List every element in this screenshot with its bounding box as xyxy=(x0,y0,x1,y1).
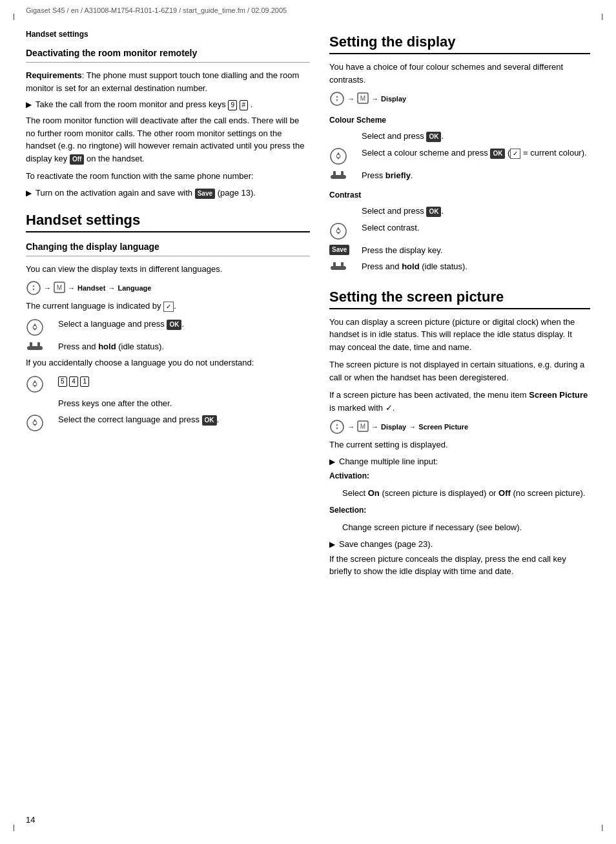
svg-rect-31 xyxy=(341,171,344,176)
screen-nav-path: ▲ ▼ → M → Display → Screen Picture xyxy=(329,419,590,435)
svg-text:M: M xyxy=(360,95,365,102)
key-ok-cont: OK xyxy=(426,207,441,217)
end-call-icon-end xyxy=(329,261,347,273)
cont-inst1-icon xyxy=(329,205,362,205)
page-number: 14 xyxy=(26,815,35,825)
lang-keys-text: 5 4 1 xyxy=(58,375,310,387)
language-inst1: ▲ ▼ Select a language and press OK. xyxy=(26,318,310,336)
svg-text:M: M xyxy=(57,284,62,291)
display-cont-inst2: ▲ ▼ Select contrast. xyxy=(329,221,590,240)
svg-rect-38 xyxy=(341,262,344,267)
checkmark-sq-cs: ✓ xyxy=(510,149,520,159)
nav-dial-icon-cs: ▲ ▼ xyxy=(329,147,347,165)
right-column: Setting the display You have a choice of… xyxy=(329,21,590,583)
key-ok-cs1: OK xyxy=(426,132,441,142)
nav-dial-icon: ▲ ▼ xyxy=(26,280,41,296)
lang-inst3-icon: ▲ ▼ xyxy=(26,413,58,432)
screen-bullet-arrow-1: ▶ xyxy=(329,457,335,466)
nav-arrow-3: → xyxy=(108,284,115,292)
screen-para5: If the screen picture conceals the displ… xyxy=(329,553,590,578)
lang-keys-icon: ▲ ▼ xyxy=(26,375,58,393)
nav-display-label: Display xyxy=(381,95,406,103)
language-inst3: ▲ ▼ Select the correct language and pres… xyxy=(26,413,310,432)
key-ok-cs2: OK xyxy=(490,149,505,159)
nav-icon-m1: M xyxy=(54,282,65,295)
major-title-screen: Setting the screen picture xyxy=(329,289,590,309)
key-save: Save xyxy=(329,245,349,255)
key-save-deact: Save xyxy=(195,189,215,199)
contrast-label: Contrast xyxy=(329,190,590,200)
svg-rect-30 xyxy=(333,171,336,176)
nav-dial-icon-cont: ▲ ▼ xyxy=(329,222,347,240)
screen-bullet-arrow-2: ▶ xyxy=(329,540,335,549)
screen-nav-arrow-3: → xyxy=(409,423,416,431)
cont-inst2-text: Select contrast. xyxy=(362,221,590,234)
cs-inst1-text: Select and press OK. xyxy=(362,130,590,143)
subsection-title-language: Changing the display language xyxy=(26,242,310,252)
nav-dial-icon-3: ▲ ▼ xyxy=(26,414,44,432)
key-off: Off xyxy=(70,154,84,165)
end-call-icon-cs xyxy=(329,170,347,181)
key-5: 5 xyxy=(58,376,67,387)
left-column: Handset settings Deactivating the room m… xyxy=(26,21,310,583)
key-hash: # xyxy=(240,100,249,110)
major-title-handset: Handset settings xyxy=(26,212,310,232)
save-inst-text: Press the display key. xyxy=(362,244,590,257)
key-9: 9 xyxy=(228,100,237,110)
deactivating-para1: Requirements: The phone must support tou… xyxy=(26,69,310,94)
end-inst-text: Press and hold (idle status). xyxy=(362,260,590,273)
nav-handset-label: Handset xyxy=(77,284,105,292)
display-cs-inst2: ▲ ▼ Select a colour scheme and press OK … xyxy=(329,147,590,165)
svg-rect-9 xyxy=(27,346,43,350)
colour-scheme-label: Colour Scheme xyxy=(329,116,590,125)
selection-label: Selection: xyxy=(329,504,590,516)
lang-inst1-icon: ▲ ▼ xyxy=(26,318,58,336)
subsection-title-deactivating: Deactivating the room monitor remotely xyxy=(26,48,310,58)
end-call-icon xyxy=(26,341,44,353)
major-title-display: Setting the display xyxy=(329,34,590,54)
cs-inst3-icon xyxy=(329,169,362,181)
display-para1: You have a choice of four colour schemes… xyxy=(329,61,590,86)
bullet-arrow-1: ▶ xyxy=(26,100,32,109)
bullet2-text: Turn on the activation again and save wi… xyxy=(36,188,256,199)
section-label-handset: Handset settings xyxy=(26,30,310,39)
svg-rect-29 xyxy=(331,175,346,179)
display-cs-inst1: Select and press OK. xyxy=(329,130,590,143)
section-divider-language xyxy=(26,256,310,256)
checkmark-sq: ✓ xyxy=(163,302,174,312)
svg-text:▼: ▼ xyxy=(336,426,339,430)
screen-para1: You can display a screen picture (pictur… xyxy=(329,316,590,354)
nav-icon-m2: M xyxy=(357,92,369,106)
activation-text: Select On (screen picture is displayed) … xyxy=(342,487,590,500)
screen-bullet2: ▶ Save changes (page 23). xyxy=(329,539,590,549)
screen-para4: The current setting is displayed. xyxy=(329,438,590,451)
svg-text:▼: ▼ xyxy=(32,287,36,291)
deactivating-bullet1: ▶ Take the call from the room monitor an… xyxy=(26,99,310,110)
lang-keys-label-text: Press keys one after the other. xyxy=(58,397,310,410)
disp-nav-arrow-1: → xyxy=(347,95,354,103)
language-keys-row: ▲ ▼ 5 4 1 xyxy=(26,375,310,393)
nav-language-label: Language xyxy=(118,284,151,292)
screen-para3: If a screen picture has been activated, … xyxy=(329,389,590,414)
nav-dial-icon-2: ▲ ▼ xyxy=(26,375,44,393)
lang-inst2-icon xyxy=(26,340,58,353)
language-inst2: Press and hold (idle status). xyxy=(26,340,310,353)
activation-label: Activation: xyxy=(329,470,590,482)
disp-nav-arrow-2: → xyxy=(371,95,378,103)
nav-dial-icon-1: ▲ ▼ xyxy=(26,318,44,336)
language-nav-path: ▲ ▼ → M → Handset → Language xyxy=(26,280,310,296)
svg-rect-36 xyxy=(331,266,346,270)
nav-arrow-2: → xyxy=(68,284,75,292)
key-ok-1: OK xyxy=(167,320,181,330)
nav-arrow-1: → xyxy=(44,284,51,292)
svg-rect-10 xyxy=(30,342,32,347)
key-1: 1 xyxy=(80,376,89,387)
display-save-inst: Save Press the display key. xyxy=(329,244,590,257)
bullet1-text: Take the call from the room monitor and … xyxy=(36,99,252,110)
screen-para2: The screen picture is not displayed in c… xyxy=(329,358,590,384)
deactivating-para3: To reactivate the room function with the… xyxy=(26,170,310,183)
screen-nav-arrow-1: → xyxy=(347,423,354,431)
deactivating-para2: The room monitor function will deactivat… xyxy=(26,114,310,165)
nav-screenpic-label: Screen Picture xyxy=(418,423,468,431)
cs-inst1-icon xyxy=(329,130,362,130)
